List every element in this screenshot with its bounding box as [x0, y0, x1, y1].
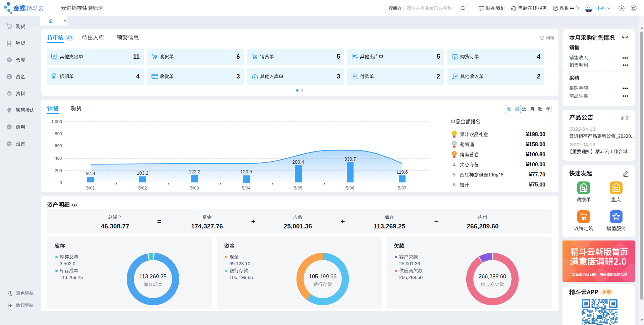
svg-text:2: 2 — [453, 142, 455, 145]
svg-text:3: 3 — [453, 152, 455, 155]
svg-text:1: 1 — [453, 132, 455, 135]
